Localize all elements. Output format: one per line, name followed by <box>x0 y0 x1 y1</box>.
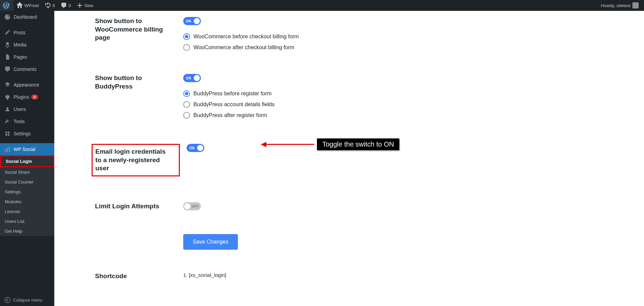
radio-label: BuddyPress after register form <box>193 112 267 118</box>
sidebar-item-label: Comments <box>14 66 37 72</box>
wp-logo-menu[interactable] <box>0 0 14 11</box>
sidebar-item-plugins[interactable]: Plugins 8 <box>0 91 54 103</box>
sidebar-item-dashboard[interactable]: Dashboard <box>0 11 54 23</box>
sidebar-item-media[interactable]: Media <box>0 39 54 51</box>
sidebar-item-label: Settings <box>14 131 31 136</box>
dashboard-icon <box>4 14 11 20</box>
radio-icon <box>183 101 190 108</box>
pages-icon <box>4 54 11 60</box>
email-creds-toggle[interactable]: ON <box>187 144 204 152</box>
plugins-update-badge: 8 <box>31 95 38 99</box>
setting-label: Email login credentials to a newly-regis… <box>92 144 180 176</box>
svg-rect-0 <box>5 149 6 152</box>
wordpress-icon <box>3 2 10 9</box>
new-label: New <box>84 3 93 8</box>
site-name-menu[interactable]: WPmet <box>14 0 42 11</box>
sidebar-item-comments[interactable]: Comments <box>0 63 54 75</box>
appearance-icon <box>4 81 11 88</box>
radio-icon <box>183 112 190 119</box>
collapse-icon <box>4 297 11 303</box>
collapse-label: Collapse menu <box>13 298 42 303</box>
buddypress-after-radio[interactable]: BuddyPress after register form <box>183 112 630 119</box>
tools-icon <box>4 118 11 125</box>
setting-woo-billing: Show button to WooCommerce billing page … <box>95 11 630 61</box>
radio-icon <box>183 44 190 51</box>
toggle-on-text: ON <box>189 146 194 150</box>
sidebar-item-label: Users <box>14 107 26 112</box>
plugins-icon <box>4 94 11 100</box>
setting-limit-login: Limit Login Attempts OFF <box>95 196 630 218</box>
submenu-social-login[interactable]: Social Login <box>0 155 54 167</box>
radio-label: BuddyPress account details fields <box>193 101 274 108</box>
new-content-menu[interactable]: New <box>74 0 96 11</box>
toggle-knob <box>184 203 190 209</box>
sidebar-item-tools[interactable]: Tools <box>0 115 54 128</box>
submenu-users-list[interactable]: Users List <box>0 216 54 226</box>
sidebar-item-label: WP Social <box>14 147 35 152</box>
submenu-social-counter[interactable]: Social Counter <box>0 177 54 187</box>
main-content: Show button to WooCommerce billing page … <box>54 11 644 306</box>
woo-billing-after-radio[interactable]: WooCommerce after checkout billing form <box>183 44 630 51</box>
users-icon <box>4 106 11 113</box>
wp-social-icon <box>4 146 11 153</box>
sidebar-item-label: Posts <box>14 30 25 35</box>
howdy-text: Howdy, sitetest <box>601 3 630 8</box>
sidebar-item-posts[interactable]: Posts <box>0 26 54 39</box>
admin-sidebar: Dashboard Posts Media Pages Comments App… <box>0 11 54 306</box>
submenu-social-share[interactable]: Social Share <box>0 167 54 177</box>
submenu-get-help[interactable]: Get Help <box>0 226 54 236</box>
svg-rect-1 <box>7 148 8 152</box>
svg-rect-2 <box>9 147 10 152</box>
sidebar-item-label: Appearance <box>14 82 39 88</box>
sidebar-item-users[interactable]: Users <box>0 103 54 115</box>
setting-label: Limit Login Attempts <box>95 202 183 212</box>
updates-menu[interactable]: 8 <box>42 0 58 11</box>
save-row: Save Changes <box>95 228 630 256</box>
radio-icon <box>183 33 190 40</box>
plus-icon <box>76 2 83 9</box>
svg-point-3 <box>5 297 10 303</box>
sidebar-item-settings[interactable]: Settings <box>0 128 54 140</box>
admin-bar: WPmet 8 0 New Howdy, sitetest <box>0 0 644 11</box>
annotation-text: Toggle the switch to ON <box>317 138 399 150</box>
buddypress-toggle[interactable]: ON <box>183 74 201 82</box>
sidebar-item-label: Tools <box>14 119 25 124</box>
setting-buddypress: Show button to BuddyPress ON BuddyPress … <box>95 68 630 129</box>
wp-social-submenu: Social Login Social Share Social Counter… <box>0 155 54 236</box>
toggle-knob <box>197 145 203 151</box>
limit-login-toggle[interactable]: OFF <box>183 202 201 210</box>
annotation-callout: Toggle the switch to ON <box>261 138 399 150</box>
submenu-modules[interactable]: Modules <box>0 197 54 207</box>
setting-email-credentials: Email login credentials to a newly-regis… <box>95 138 630 183</box>
pushpin-icon <box>4 29 11 36</box>
sidebar-item-wp-social[interactable]: WP Social <box>0 143 54 155</box>
collapse-menu[interactable]: Collapse menu <box>0 294 54 306</box>
media-icon <box>4 41 11 48</box>
toggle-on-text: ON <box>186 19 191 23</box>
radio-icon <box>183 90 190 97</box>
home-icon <box>16 2 23 9</box>
arrow-icon <box>261 144 314 145</box>
avatar <box>632 2 639 8</box>
submenu-license[interactable]: License <box>0 207 54 216</box>
buddypress-account-radio[interactable]: BuddyPress account details fields <box>183 101 630 108</box>
radio-label: WooCommerce before checkout billing form <box>193 34 299 40</box>
submenu-settings[interactable]: Settings <box>0 187 54 197</box>
updates-icon <box>44 2 51 9</box>
account-menu[interactable]: Howdy, sitetest <box>598 0 641 11</box>
setting-label: Show button to BuddyPress <box>95 74 183 123</box>
comments-menu[interactable]: 0 <box>58 0 74 11</box>
setting-label: Show button to WooCommerce billing page <box>95 17 183 55</box>
woo-billing-before-radio[interactable]: WooCommerce before checkout billing form <box>183 33 630 40</box>
toggle-knob <box>194 75 200 81</box>
toggle-on-text: ON <box>186 76 191 80</box>
sidebar-item-appearance[interactable]: Appearance <box>0 79 54 91</box>
setting-shortcode: Shortcode 1. [xs_social_login] <box>95 266 630 287</box>
comments-icon <box>60 2 67 9</box>
toggle-knob <box>194 18 200 24</box>
save-changes-button[interactable]: Save Changes <box>183 234 238 250</box>
sidebar-item-pages[interactable]: Pages <box>0 51 54 63</box>
toggle-off-text: OFF <box>192 205 198 208</box>
buddypress-before-radio[interactable]: BuddyPress before register form <box>183 90 630 97</box>
woo-billing-toggle[interactable]: ON <box>183 17 201 25</box>
